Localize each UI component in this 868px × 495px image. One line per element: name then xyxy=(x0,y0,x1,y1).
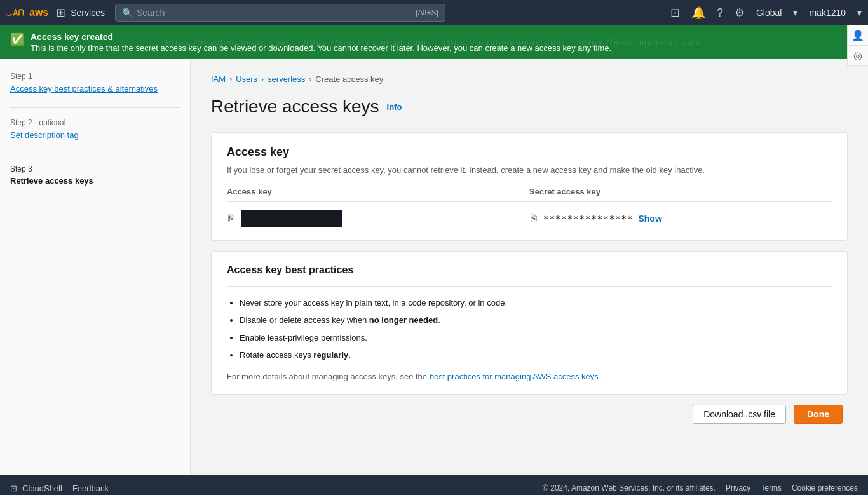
right-side-panel: 👤 ◎ xyxy=(847,25,868,66)
breadcrumb: IAM › Users › serverless › Create access… xyxy=(211,74,848,84)
show-secret-key-link[interactable]: Show xyxy=(638,214,661,224)
sidebar-step-3: Step 3 Retrieve access keys xyxy=(10,165,180,186)
breadcrumb-serverless[interactable]: serverless xyxy=(268,74,305,84)
search-bar[interactable]: 🔍 [Alt+S] xyxy=(115,4,445,22)
done-button[interactable]: Done xyxy=(794,405,843,424)
best-practices-card: Access key best practices Never store yo… xyxy=(211,251,848,395)
access-key-card-desc: If you lose or forget your secret access… xyxy=(227,164,832,177)
user-menu[interactable]: mak1210 xyxy=(809,8,846,18)
key-table-header: Access key Secret access key xyxy=(227,187,832,202)
access-key-col-header: Access key xyxy=(227,187,529,196)
action-row: Download .csv file Done xyxy=(211,405,848,424)
bell-icon[interactable]: 🔔 xyxy=(691,6,705,20)
main-layout: Step 1 Access key best practices & alter… xyxy=(0,59,868,475)
settings-icon[interactable]: ⚙ xyxy=(735,6,745,20)
key-table: Access key Secret access key ⎘ ⎘ *******… xyxy=(227,187,832,227)
success-message: Access key created This is the only time… xyxy=(31,32,611,53)
cloudshell-label: CloudShell xyxy=(22,484,62,493)
access-key-cell: ⎘ xyxy=(227,210,529,227)
copy-access-key-button[interactable]: ⎘ xyxy=(227,212,236,226)
search-input[interactable] xyxy=(137,8,416,18)
step3-title: Retrieve access keys xyxy=(10,176,180,186)
privacy-link[interactable]: Privacy xyxy=(726,484,750,492)
access-key-card-title: Access key xyxy=(227,146,832,159)
list-item: Rotate access keys regularly. xyxy=(240,349,832,362)
secret-key-col-header: Secret access key xyxy=(529,187,832,196)
info-badge[interactable]: Info xyxy=(387,102,402,112)
breadcrumb-sep-2: › xyxy=(261,75,264,84)
bottom-bar: ⊡ CloudShell Feedback © 2024, Amazon Web… xyxy=(0,475,868,495)
sidebar-step-1: Step 1 Access key best practices & alter… xyxy=(10,72,180,95)
nav-right-icons: ⊡ 🔔 ? ⚙ Global ▾ mak1210 ▾ xyxy=(670,6,862,20)
copyright-text: © 2024, Amazon Web Services, Inc. or its… xyxy=(543,484,715,492)
cookie-prefs-link[interactable]: Cookie preferences xyxy=(792,484,858,492)
region-selector[interactable]: Global xyxy=(756,8,782,18)
copy-secret-key-button[interactable]: ⎘ xyxy=(529,212,538,226)
aws-logo[interactable]: aws xyxy=(6,6,48,19)
secret-key-cell: ⎘ *************** Show xyxy=(529,212,832,226)
success-description: This is the only time that the secret ac… xyxy=(31,43,611,53)
breadcrumb-sep-3: › xyxy=(309,75,311,84)
best-practices-footer: For more details about managing access k… xyxy=(227,372,832,381)
step1-link[interactable]: Access key best practices & alternatives xyxy=(10,84,158,93)
success-title: Access key created xyxy=(31,32,611,42)
success-check-icon: ✅ xyxy=(10,32,24,46)
cloudshell-icon: ⊡ xyxy=(10,484,17,493)
best-practices-title: Access key best practices xyxy=(227,264,832,276)
breadcrumb-users[interactable]: Users xyxy=(236,74,257,84)
sidebar: Step 1 Access key best practices & alter… xyxy=(0,59,191,475)
page-title: Retrieve access keys xyxy=(211,97,379,117)
best-practices-list: Never store your access key in plain tex… xyxy=(227,297,832,362)
user-chevron: ▾ xyxy=(857,8,862,18)
top-navigation: aws ⊞ Services 🔍 [Alt+S] ⊡ 🔔 ? ⚙ Global … xyxy=(0,0,868,25)
download-csv-button[interactable]: Download .csv file xyxy=(693,405,786,424)
list-item: Disable or delete access key when no lon… xyxy=(240,314,832,327)
access-key-card: Access key If you lose or forget your se… xyxy=(211,132,848,241)
search-shortcut: [Alt+S] xyxy=(416,8,438,17)
key-row: ⎘ ⎘ *************** Show xyxy=(227,210,832,227)
breadcrumb-sep-1: › xyxy=(229,75,232,84)
help-icon[interactable]: ? xyxy=(717,6,723,20)
terminal-icon[interactable]: ⊡ xyxy=(670,6,680,20)
secret-key-masked-value: *************** xyxy=(543,214,633,224)
feedback-link[interactable]: Feedback xyxy=(72,484,109,493)
breadcrumb-current: Create access key xyxy=(315,74,383,84)
region-chevron: ▾ xyxy=(793,8,797,18)
footer-right: © 2024, Amazon Web Services, Inc. or its… xyxy=(543,484,858,492)
terms-link[interactable]: Terms xyxy=(761,484,782,492)
cloudshell-button[interactable]: ⊡ CloudShell xyxy=(10,484,62,493)
access-key-value xyxy=(241,210,342,227)
main-content: IAM › Users › serverless › Create access… xyxy=(191,59,868,475)
services-nav[interactable]: Services xyxy=(71,8,105,18)
grid-icon[interactable]: ⊞ xyxy=(56,6,65,20)
breadcrumb-iam[interactable]: IAM xyxy=(211,74,226,84)
best-practices-link[interactable]: best practices for managing AWS access k… xyxy=(430,372,599,381)
step2-link[interactable]: Set description tag xyxy=(10,130,79,140)
success-banner: ✅ Access key created This is the only ti… xyxy=(0,25,868,59)
sidebar-step-2: Step 2 - optional Set description tag xyxy=(10,118,180,141)
step3-label: Step 3 xyxy=(10,165,180,173)
list-item: Enable least-privilege permissions. xyxy=(240,332,832,344)
search-icon: 🔍 xyxy=(122,8,133,18)
page-title-row: Retrieve access keys Info xyxy=(211,97,848,117)
step1-label: Step 1 xyxy=(10,72,180,81)
list-item: Never store your access key in plain tex… xyxy=(240,297,832,309)
right-icon-user[interactable]: 👤 xyxy=(848,25,868,46)
right-icon-circle[interactable]: ◎ xyxy=(848,46,868,66)
step2-label: Step 2 - optional xyxy=(10,118,180,127)
